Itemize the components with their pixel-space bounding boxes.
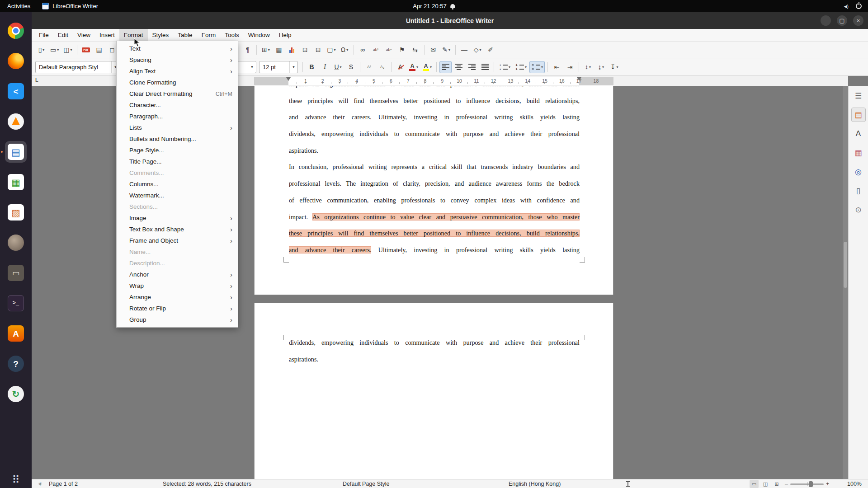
format-menu-item-frame-and-object[interactable]: Frame and Object› [117, 235, 238, 246]
doc-line[interactable]: dividends, empowering individuals to com… [289, 126, 580, 142]
justified-button[interactable] [479, 61, 491, 73]
dock-item-firefox[interactable] [5, 50, 27, 72]
print-button[interactable]: ▤ [93, 44, 105, 56]
doc-line[interactable]: aspirations. [289, 142, 580, 159]
zoom-thumb[interactable] [809, 481, 813, 487]
book-view-button[interactable]: ⊞ [772, 480, 781, 488]
increase-paragraph-spacing-dropdown-icon[interactable]: ▾ [602, 65, 604, 69]
font-size-combo[interactable]: 12 pt▾ [259, 61, 298, 73]
line-spacing-dropdown-icon[interactable]: ▾ [589, 65, 591, 69]
volume-icon[interactable]: ◄) [843, 4, 848, 9]
open-dropdown-icon[interactable]: ▾ [57, 48, 59, 52]
zoom-track[interactable] [790, 483, 824, 485]
italic-button[interactable]: I [319, 61, 331, 73]
page-style-status[interactable]: Default Page Style [343, 479, 390, 488]
format-menu-item-paragraph[interactable]: Paragraph... [117, 111, 238, 122]
underline-dropdown-icon[interactable]: ▾ [340, 65, 342, 69]
insert-table-button[interactable]: ⊞▾ [259, 44, 272, 56]
zoom-percent[interactable]: 100% [847, 479, 862, 488]
align-right-button[interactable] [466, 61, 478, 73]
decrease-paragraph-spacing-button[interactable]: ↧▾ [608, 61, 620, 73]
save-button[interactable]: ◫▾ [61, 44, 74, 56]
underline-button[interactable]: U▾ [332, 61, 344, 73]
paragraph-style-combo[interactable]: Default Paragraph Styl▾ [35, 61, 120, 73]
font-color-dropdown-icon[interactable]: ▾ [416, 65, 418, 69]
unordered-list-dropdown-icon[interactable]: ▾ [509, 65, 510, 69]
insert-hyperlink-button[interactable]: ∞ [357, 44, 369, 56]
insert-field-button[interactable]: ▢▾ [325, 44, 337, 56]
clock-menu[interactable]: Apr 21 20:57 [413, 3, 455, 9]
format-menu-item-group[interactable]: Group› [117, 314, 238, 325]
insert-page-break-button[interactable]: ⊟ [312, 44, 324, 56]
dock-item-software-updater[interactable]: ↻ [5, 383, 27, 405]
doc-line[interactable]: impact. As organizations continue to val… [289, 86, 580, 93]
insert-bookmark-button[interactable]: ⚑ [396, 44, 408, 56]
sidebar-sidebar-settings-button[interactable]: ☰ [851, 89, 866, 103]
insert-footnote-button[interactable]: ab¹ [370, 44, 382, 56]
dock-item-files[interactable]: ▭ [5, 262, 27, 284]
increase-indent-button[interactable]: ⇥ [564, 61, 576, 73]
menu-view[interactable]: View [73, 29, 95, 41]
minimize-button[interactable]: – [821, 15, 831, 26]
highlighting-color-dropdown-icon[interactable]: ▾ [430, 65, 432, 69]
menu-form[interactable]: Form [197, 29, 221, 41]
superscript-button[interactable]: A² [363, 61, 375, 73]
subscript-button[interactable]: A₂ [376, 61, 388, 73]
word-count-status[interactable]: Selected: 28 words, 215 characters [163, 479, 251, 488]
sidebar-properties-button[interactable]: ▤ [851, 108, 866, 122]
doc-line[interactable]: of effective communication, enabling pro… [289, 192, 580, 209]
format-menu-item-image[interactable]: Image› [117, 212, 238, 224]
formatting-marks-button[interactable]: ¶ [241, 44, 254, 56]
format-menu-item-clone-formatting[interactable]: Clone Formatting [117, 77, 238, 88]
format-menu-item-anchor[interactable]: Anchor› [117, 269, 238, 280]
format-menu-item-align-text[interactable]: Align Text› [117, 66, 238, 77]
insert-image-button[interactable]: ▦ [273, 44, 285, 56]
insert-horizontal-line-button[interactable]: — [458, 44, 471, 56]
open-button[interactable]: ▭▾ [48, 44, 61, 56]
dock-item-libreoffice-impress[interactable]: ▨ [5, 202, 27, 223]
format-menu-item-text-box-and-shape[interactable]: Text Box and Shape› [117, 224, 238, 235]
highlighting-color-button[interactable]: A▾ [421, 61, 434, 73]
export-pdf-button[interactable]: PDF [80, 44, 92, 56]
doc-line[interactable]: these principles will find themselves be… [289, 225, 580, 242]
menu-help[interactable]: Help [274, 29, 296, 41]
dock-item-terminal[interactable]: >_ [5, 292, 27, 314]
new-document-dropdown-icon[interactable]: ▾ [42, 48, 44, 52]
dock-item-libreoffice-calc[interactable]: ▦ [5, 171, 27, 193]
format-menu-item-lists[interactable]: Lists› [117, 122, 238, 133]
insert-comment-button[interactable]: ✉ [427, 44, 439, 56]
language-status[interactable]: English (Hong Kong) [509, 479, 561, 488]
menu-tools[interactable]: Tools [220, 29, 244, 41]
vertical-scrollbar[interactable] [843, 86, 848, 479]
ruler-band[interactable]: 123456789101112131415161718 [254, 77, 613, 85]
sidebar-page-button[interactable]: ▯ [851, 183, 866, 198]
dock-item-libreoffice-writer[interactable]: ▤ [5, 141, 27, 163]
menu-file[interactable]: File [34, 29, 53, 41]
maximize-button[interactable]: ▢ [837, 15, 847, 26]
show-draw-functions-button[interactable]: ✐ [485, 44, 497, 56]
format-menu-item-character[interactable]: Character... [117, 99, 238, 111]
format-menu-item-spacing[interactable]: Spacing› [117, 54, 238, 66]
page-number-status[interactable]: Page 1 of 2 [49, 479, 78, 488]
format-menu-item-wrap[interactable]: Wrap› [117, 280, 238, 291]
increase-paragraph-spacing-button[interactable]: ↨▾ [595, 61, 607, 73]
font-size-combo-dropdown-icon[interactable]: ▾ [289, 61, 297, 73]
insert-special-character-button[interactable]: Ω▾ [339, 44, 351, 56]
track-changes-dropdown-icon[interactable]: ▾ [448, 48, 450, 52]
font-name-combo-dropdown-icon[interactable]: ▾ [248, 61, 256, 73]
doc-line[interactable]: and advance their careers. Ultimately, i… [289, 109, 580, 126]
doc-line[interactable]: and advance their careers. Ultimately, i… [289, 242, 580, 258]
format-menu-item-clear-direct-formatting[interactable]: Clear Direct FormattingCtrl+M [117, 88, 238, 99]
insert-table-dropdown-icon[interactable]: ▾ [268, 48, 270, 52]
doc-line[interactable]: professional levels. The integration of … [289, 175, 580, 192]
no-list-dropdown-icon[interactable]: ▾ [541, 65, 543, 69]
menu-window[interactable]: Window [244, 29, 274, 41]
clear-direct-formatting-button[interactable]: A [394, 61, 406, 73]
font-color-button[interactable]: A▾ [407, 61, 420, 73]
no-list-button[interactable]: ××▾ [529, 61, 545, 73]
track-changes-button[interactable]: ✎▾ [440, 44, 453, 56]
activities-button[interactable]: Activities [7, 3, 30, 9]
focused-app-indicator[interactable]: LibreOffice Writer [42, 3, 98, 9]
page-1[interactable]: impact. As organizations continue to val… [254, 86, 613, 295]
insert-text-box-button[interactable]: ⊡ [299, 44, 311, 56]
